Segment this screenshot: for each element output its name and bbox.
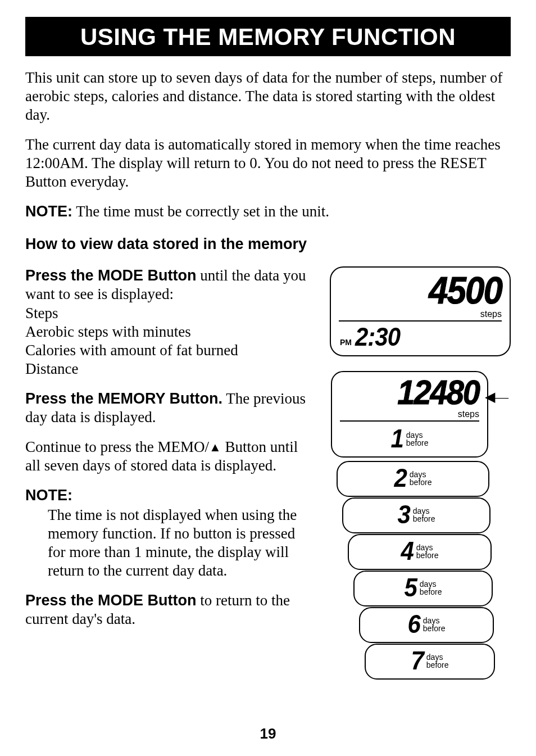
memory-card-3: 3 daysbefore bbox=[342, 497, 490, 533]
days-before-digit: 5 bbox=[404, 574, 417, 600]
days-before-label: daysbefore bbox=[426, 653, 449, 669]
lcd-pm-label: PM bbox=[340, 338, 352, 347]
step-2-cont-a: Continue to press the MEMO/ bbox=[25, 438, 209, 455]
step-1-lead: Press the MODE Button bbox=[25, 267, 197, 284]
up-triangle-icon: ▲ bbox=[209, 441, 221, 454]
days-before-label: daysbefore bbox=[410, 470, 432, 486]
step-3: Press the MODE Button to return to the c… bbox=[25, 591, 310, 628]
mode-aerobic: Aerobic steps with minutes bbox=[25, 323, 310, 341]
step-2-lead: Press the MEMORY Button. bbox=[25, 390, 222, 407]
sub-heading: How to view data stored in the memory bbox=[25, 236, 511, 253]
step-3-lead: Press the MODE Button bbox=[25, 592, 197, 609]
memory-card-7: 7 daysbefore bbox=[365, 644, 495, 680]
step-2: Press the MEMORY Button. The previous da… bbox=[25, 390, 310, 427]
memory-step-count: 12480 bbox=[340, 375, 479, 410]
days-before-label: daysbefore bbox=[420, 580, 442, 596]
mode-distance: Distance bbox=[25, 360, 310, 378]
left-arrow-icon: ◀— bbox=[485, 389, 508, 405]
paragraph-1: This unit can store up to seven days of … bbox=[25, 69, 511, 124]
note-text: The time must be correctly set in the un… bbox=[72, 203, 329, 220]
lcd-step-count: 4500 bbox=[339, 271, 502, 309]
step-2-continue: Continue to press the MEMO/▲ Button unti… bbox=[25, 438, 310, 475]
paragraph-2: The current day data is automatically st… bbox=[25, 135, 511, 191]
days-before-digit: 3 bbox=[397, 501, 410, 527]
days-before-digit: 6 bbox=[407, 611, 420, 637]
days-before-label: daysbefore bbox=[413, 507, 435, 523]
days-before-digit: 7 bbox=[411, 648, 424, 673]
mode-calories: Calories with amount of fat burned bbox=[25, 341, 310, 360]
days-before-digit: 2 bbox=[394, 465, 407, 491]
mode-steps: Steps bbox=[25, 304, 310, 323]
page-title: USING THE MEMORY FUNCTION bbox=[25, 17, 511, 56]
days-before-label: daysbefore bbox=[423, 617, 446, 632]
lcd-display-current: 4500 steps PM 2:30 bbox=[330, 266, 511, 356]
lcd-time-value: 2:30 bbox=[355, 322, 400, 352]
page-number: 19 bbox=[0, 725, 536, 743]
days-before-label: daysbefore bbox=[416, 544, 439, 559]
step-1: Press the MODE Button until the data you… bbox=[25, 266, 310, 304]
lcd-memory-stack: 12480 steps 1 daysbefore ◀— 2 daysbefore… bbox=[331, 371, 511, 663]
note-2-label: NOTE: bbox=[25, 487, 72, 504]
days-before-label: daysbefore bbox=[406, 431, 429, 447]
memory-card-1: 12480 steps 1 daysbefore ◀— bbox=[331, 371, 488, 458]
memory-card-4: 4 daysbefore bbox=[348, 534, 492, 570]
memory-card-2: 2 daysbefore bbox=[337, 461, 489, 497]
memory-card-6: 6 daysbefore bbox=[359, 607, 494, 643]
note-1: NOTE: The time must be correctly set in … bbox=[25, 202, 511, 221]
memory-card-5: 5 daysbefore bbox=[353, 571, 493, 606]
note-2-text: The time is not displayed when using the… bbox=[25, 506, 310, 580]
days-before-digit: 1 bbox=[390, 425, 403, 451]
days-before-digit: 4 bbox=[401, 538, 414, 564]
note-label: NOTE: bbox=[25, 203, 72, 220]
